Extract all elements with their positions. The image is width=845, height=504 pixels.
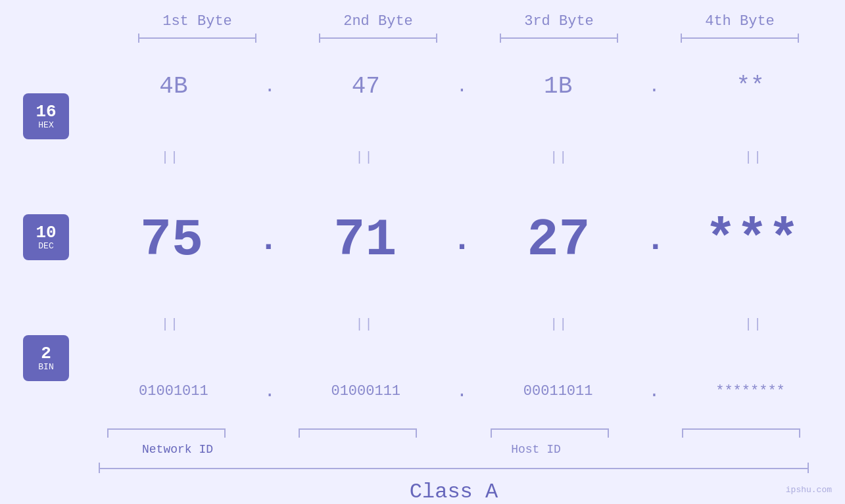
bin-badge-number: 2 <box>41 344 51 363</box>
eq-cell-4a: || <box>681 150 826 165</box>
equals-row-1: || || || || <box>92 147 832 167</box>
byte-header-1: 1st Byte <box>132 13 263 30</box>
hex-badge-number: 16 <box>36 103 56 122</box>
eq-cell-1b: || <box>98 317 243 332</box>
hex-val-3: 1B <box>544 73 572 100</box>
top-brackets-row <box>107 32 831 43</box>
content-area: 16 HEX 10 DEC 2 BIN 4B . 47 <box>0 49 845 425</box>
dot-dec-2: . <box>452 224 471 257</box>
hex-values-row: 4B . 47 . 1B . ** <box>92 73 832 100</box>
bin-badge-label: BIN <box>38 363 53 372</box>
hex-val-1: 4B <box>159 73 187 100</box>
eq-cell-4b: || <box>681 317 826 332</box>
hex-badge-label: HEX <box>38 121 53 130</box>
equals-3b: || <box>550 317 568 332</box>
hex-badge: 16 HEX <box>23 93 69 139</box>
id-labels-row: Network ID Host ID <box>92 443 815 456</box>
byte-header-3: 3rd Byte <box>493 13 625 30</box>
bracket-top-3 <box>493 32 625 43</box>
byte-header-4: 4th Byte <box>674 13 806 30</box>
wide-bracket-row <box>92 461 815 474</box>
dec-val-4: *** <box>705 214 800 267</box>
byte-header-2: 2nd Byte <box>312 13 444 30</box>
bracket-bottom-3 <box>484 428 616 439</box>
bin-cell-3: 00011011 <box>486 383 631 400</box>
bracket-bottom-4 <box>675 428 807 439</box>
eq-cell-3b: || <box>487 317 631 332</box>
bracket-top-1 <box>132 32 263 43</box>
equals-4b: || <box>744 317 763 332</box>
eq-cell-1a: || <box>98 150 243 165</box>
watermark: ipshu.com <box>786 485 832 495</box>
bracket-top-4 <box>674 32 806 43</box>
badges-column: 16 HEX 10 DEC 2 BIN <box>0 49 92 425</box>
dec-cell-4: *** <box>680 214 825 267</box>
byte-headers-row: 1st Byte 2nd Byte 3rd Byte 4th Byte <box>107 13 831 30</box>
bin-cell-1: 01001011 <box>101 383 246 400</box>
bin-values-row: 01001011 . 01000111 . 00011011 . *******… <box>92 381 832 401</box>
dot-bin-1: . <box>264 381 276 401</box>
eq-cell-2a: || <box>293 150 437 165</box>
bin-cell-4: ******** <box>678 383 823 400</box>
bin-cell-2: 01000111 <box>293 383 438 400</box>
bin-val-4: ******** <box>715 383 785 400</box>
equals-1a: || <box>161 150 180 165</box>
equals-2a: || <box>356 150 374 165</box>
dec-badge-number: 10 <box>36 223 56 242</box>
hex-val-4: ** <box>736 73 764 100</box>
dec-val-3: 27 <box>527 214 591 267</box>
dot-hex-2: . <box>456 76 468 97</box>
class-label: Class A <box>410 480 498 504</box>
dec-cell-1: 75 <box>99 214 244 267</box>
main-container: 1st Byte 2nd Byte 3rd Byte 4th Byte 16 H… <box>0 0 845 504</box>
equals-3a: || <box>550 150 568 165</box>
dot-hex-1: . <box>264 76 276 97</box>
bin-badge: 2 BIN <box>23 335 69 381</box>
equals-2b: || <box>356 317 374 332</box>
dec-val-1: 75 <box>140 214 203 267</box>
hex-cell-4: ** <box>678 73 823 100</box>
hex-cell-1: 4B <box>101 73 246 100</box>
bin-val-2: 01000111 <box>331 383 400 400</box>
dot-bin-3: . <box>648 381 660 401</box>
wide-bracket <box>92 461 815 474</box>
bin-val-3: 00011011 <box>523 383 593 400</box>
host-id-label: Host ID <box>256 443 815 456</box>
dec-badge: 10 DEC <box>23 214 69 260</box>
dec-cell-2: 71 <box>293 214 437 267</box>
bracket-bottom-1 <box>101 428 232 439</box>
bracket-bottom-2 <box>292 428 423 439</box>
dec-values-row: 75 . 71 . 27 . *** <box>92 214 832 267</box>
dec-cell-3: 27 <box>487 214 631 267</box>
eq-cell-3a: || <box>487 150 631 165</box>
eq-cell-2b: || <box>293 317 437 332</box>
equals-4a: || <box>744 150 763 165</box>
dec-badge-label: DEC <box>38 242 53 251</box>
hex-val-2: 47 <box>352 73 380 100</box>
network-id-label: Network ID <box>99 443 256 456</box>
dot-bin-2: . <box>456 381 468 401</box>
dot-hex-3: . <box>648 76 660 97</box>
hex-cell-3: 1B <box>486 73 631 100</box>
dot-dec-1: . <box>258 224 278 257</box>
bracket-top-2 <box>312 32 444 43</box>
dec-val-2: 71 <box>333 214 397 267</box>
bottom-brackets-row <box>92 428 815 439</box>
dot-dec-3: . <box>646 224 665 257</box>
class-label-row: Class A <box>92 480 815 504</box>
equals-1b: || <box>161 317 180 332</box>
values-grid: 4B . 47 . 1B . ** || <box>92 49 845 425</box>
bin-val-1: 01001011 <box>139 383 208 400</box>
hex-cell-2: 47 <box>293 73 438 100</box>
bottom-section: Network ID Host ID Class A <box>0 428 845 504</box>
equals-row-2: || || || || <box>92 314 832 334</box>
